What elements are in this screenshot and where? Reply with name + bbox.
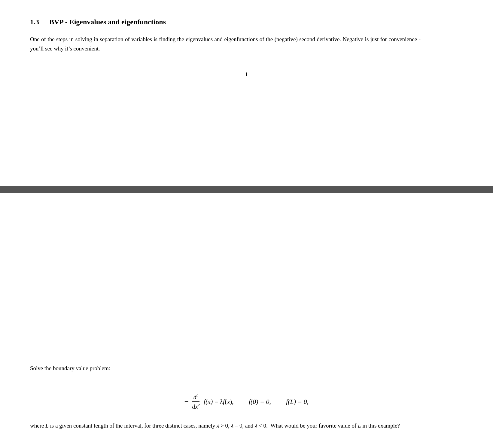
section-heading: 1.3 BVP - Eigenvalues and eigenfunctions [30,18,463,26]
equation-block: − d2 dx2 f(x) = λf(x), f(0) = 0, [30,393,463,410]
intro-paragraph: One of the steps in solving in separatio… [30,35,421,53]
page-divider [0,186,493,193]
bc2: f(L) = 0, [286,398,309,406]
minus-sign: − [184,397,189,406]
fx-term: f(x) [204,398,213,406]
page-top: 1.3 BVP - Eigenvalues and eigenfunctions… [0,0,493,186]
where-paragraph: where L is a given constant length of th… [30,421,421,430]
page-number: 1 [30,72,463,78]
equation-row: − d2 dx2 f(x) = λf(x), f(0) = 0, [30,393,463,410]
bc1: f(0) = 0, [249,398,271,406]
numerator: d2 [192,393,200,402]
solve-label: Solve the boundary value problem: [30,365,463,372]
page-bottom: Solve the boundary value problem: − d2 d… [0,193,493,448]
fraction-d2dx2: d2 dx2 [191,393,201,410]
equals-lambda-fx: = λf(x), [215,398,233,406]
denominator: dx2 [191,402,201,410]
section-title: BVP - Eigenvalues and eigenfunctions [49,18,166,26]
section-number: 1.3 [30,18,39,26]
